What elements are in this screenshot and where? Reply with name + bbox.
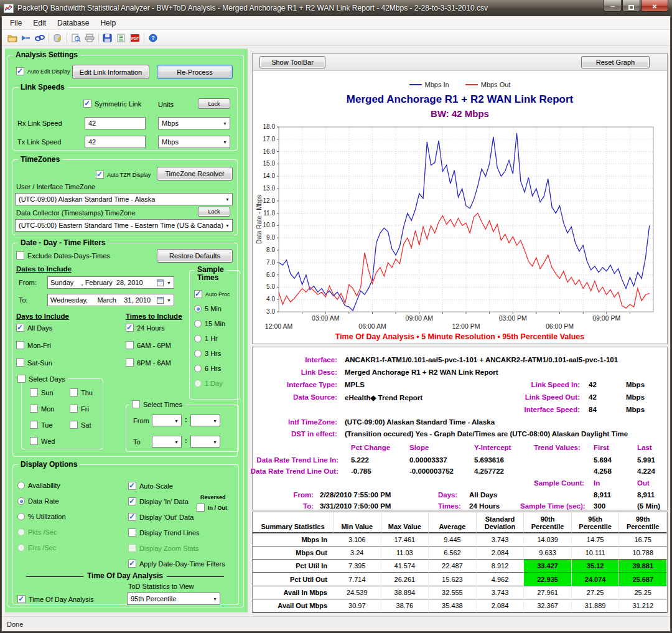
close-button[interactable]: ✕ — [641, 0, 668, 12]
checkbox-box — [16, 324, 24, 332]
sample-time-label: Sample Time (sec): — [520, 502, 586, 510]
option-label: 1 Hr — [205, 335, 218, 342]
help-icon[interactable]: ? — [147, 32, 159, 44]
link-icon[interactable] — [34, 32, 46, 44]
chevron-down-icon: ▼ — [223, 121, 227, 126]
legend-item-mbps-out: Mbps Out — [465, 81, 511, 88]
checkbox-tue[interactable]: Tue — [30, 421, 55, 429]
table-cell: 25.687 — [619, 573, 667, 586]
menu-item-edit[interactable]: Edit — [27, 17, 52, 29]
to-minute-dropdown[interactable]: ▼ — [190, 436, 220, 448]
checkbox-mon-fri[interactable]: Mon-Fri — [16, 341, 52, 349]
merge-icon[interactable] — [20, 32, 32, 44]
tx-link-speed-label: Tx Link Speed — [17, 138, 61, 146]
restore-defaults-label: Restore Defaults — [169, 252, 220, 260]
checkbox-display-trend-lines[interactable]: Display Trend Lines — [128, 528, 225, 537]
checkbox-mon[interactable]: Mon — [30, 405, 55, 413]
link-speeds-lock-button[interactable]: Lock — [198, 98, 230, 109]
checkbox-auto-scale[interactable]: Auto-Scale — [128, 482, 225, 490]
user-timezone-dropdown[interactable]: (UTC-09:00) Alaskan Standard Time - Alas… — [15, 193, 233, 205]
checkbox-apply-date-day-time-filters[interactable]: Apply Date-Day-Time Filters — [128, 560, 225, 568]
rx-link-speed-input[interactable]: 42 — [85, 117, 146, 129]
checkbox-6pm-6am[interactable]: 6PM - 6AM — [126, 359, 171, 367]
times-label: Times: — [438, 502, 461, 510]
export-excel-icon[interactable] — [115, 32, 128, 44]
radio-15-min[interactable]: 15 Min — [194, 320, 225, 327]
timezone-resolver-button[interactable]: TimeZone Resolver — [157, 167, 233, 181]
edit-link-information-button[interactable]: Edit Link Information — [72, 65, 149, 79]
open-file-icon[interactable] — [6, 32, 19, 44]
print-icon[interactable] — [83, 32, 96, 44]
collector-timezone-dropdown[interactable]: (UTC-05:00) Eastern Standard Time - East… — [15, 219, 233, 232]
radio-3-hrs[interactable]: 3 Hrs — [194, 350, 225, 357]
menu-item-help[interactable]: Help — [95, 17, 121, 29]
tod-separator: Time Of Day Analysis — [17, 571, 233, 580]
checkbox-thu[interactable]: Thu — [70, 388, 93, 396]
reversed-in-out-checkbox[interactable]: In / Out — [197, 504, 227, 512]
menu-item-database[interactable]: Database — [52, 17, 95, 29]
save-icon[interactable] — [101, 32, 114, 44]
radio-5-min[interactable]: 5 Min — [194, 305, 225, 312]
database-process-icon[interactable] — [52, 32, 64, 44]
trend-in-y-intercept: 5.693616 — [474, 456, 504, 464]
from-hour-dropdown[interactable]: ▼ — [152, 415, 182, 426]
times-to-include-heading: Times to Include — [126, 312, 182, 320]
radio-1-hr[interactable]: 1 Hr — [194, 335, 225, 342]
checkbox-display-out-data[interactable]: Display 'Out' Data — [128, 513, 225, 521]
interface-type-label: Interface Type: — [287, 381, 337, 388]
exclude-dates-checkbox[interactable]: Exclude Dates-Days-Times — [16, 251, 110, 260]
svg-text:9.0: 9.0 — [266, 234, 275, 241]
from-minute-dropdown[interactable]: ▼ — [190, 415, 220, 426]
timezone-lock-button[interactable]: Lock — [198, 207, 230, 217]
symmetric-link-checkbox[interactable]: Symmetric Link — [83, 100, 141, 108]
rx-units-dropdown[interactable]: Mbps▼ — [158, 117, 230, 129]
checkbox-fri[interactable]: Fri — [70, 405, 93, 413]
from-label: From: — [19, 279, 37, 286]
checkbox-24-hours[interactable]: 24 Hours — [126, 324, 171, 332]
radio-utilization[interactable]: % Utilization — [17, 513, 66, 520]
checkbox-sun[interactable]: Sun — [30, 388, 55, 396]
trend-out-y-intercept: 4.257722 — [474, 467, 504, 475]
auto-edit-display-checkbox[interactable]: Auto Edit Display — [16, 67, 70, 75]
tx-units-dropdown[interactable]: Mbps▼ — [158, 136, 230, 148]
print-preview-icon[interactable] — [70, 32, 82, 44]
checkbox-wed[interactable]: Wed — [30, 437, 55, 445]
time-of-day-analysis-checkbox[interactable]: Time Of Day Analysis — [17, 595, 94, 603]
checkbox-sat-sun[interactable]: Sat-Sun — [16, 359, 52, 367]
to-date-picker[interactable]: Wednesday, March 31, 2010▼ — [47, 294, 174, 306]
radio-availability[interactable]: Availability — [17, 482, 66, 489]
tod-chart[interactable]: 3.04.05.06.07.08.09.010.011.012.013.014.… — [255, 122, 666, 335]
checkbox-box — [96, 171, 104, 179]
reset-graph-button[interactable]: Reset Graph — [581, 56, 650, 68]
checkbox-6am-6pm[interactable]: 6AM - 6PM — [126, 341, 171, 349]
tod-statistics-dropdown[interactable]: 95th Percentile▼ — [127, 593, 220, 605]
checkbox-box — [16, 67, 24, 75]
radio-data-rate[interactable]: Data Rate — [17, 497, 66, 505]
export-pdf-icon[interactable]: PDF — [129, 32, 141, 44]
trend-out-last: 4.224 — [637, 467, 655, 475]
to-date-value: 3/31/2010 7:50:00 PM — [320, 502, 391, 510]
time-of-day-analysis-label: Time Of Day Analysis — [29, 596, 94, 603]
minimize-button[interactable]: ─ — [604, 0, 622, 12]
select-times-checkbox[interactable]: Select Times — [129, 400, 185, 408]
show-toolbar-button[interactable]: Show ToolBar — [259, 56, 325, 68]
checkbox-sat[interactable]: Sat — [70, 421, 93, 429]
tx-link-speed-input[interactable]: 42 — [85, 136, 146, 148]
auto-proc-checkbox[interactable]: Auto Proc — [194, 290, 230, 298]
restore-defaults-button[interactable]: Restore Defaults — [157, 249, 233, 263]
checkbox-all-days[interactable]: All Days — [16, 324, 52, 332]
auto-tzr-display-checkbox[interactable]: Auto TZR Display — [96, 171, 151, 179]
re-process-button[interactable]: Re-Process — [157, 65, 233, 79]
chart-svg: 3.04.05.06.07.08.09.010.011.012.013.014.… — [255, 122, 666, 332]
to-hour-dropdown[interactable]: ▼ — [152, 436, 182, 448]
from-date-picker[interactable]: Sunday , February 28, 2010▼ — [47, 276, 174, 289]
menu-item-file[interactable]: File — [4, 17, 27, 29]
interface-speed-label: Interface Speed: — [525, 406, 580, 413]
maximize-button[interactable] — [622, 0, 640, 12]
radio-6-hrs[interactable]: 6 Hrs — [194, 365, 225, 372]
chart-legend: Mbps InMbps Out — [253, 81, 667, 88]
select-days-checkbox[interactable]: Select Days — [17, 375, 68, 383]
select-days-column-2: ThuFriSat — [70, 388, 93, 429]
table-row-label-avail-in-mbps: Avail In Mbps — [253, 586, 334, 599]
timezones-title: TimeZones — [18, 155, 62, 164]
